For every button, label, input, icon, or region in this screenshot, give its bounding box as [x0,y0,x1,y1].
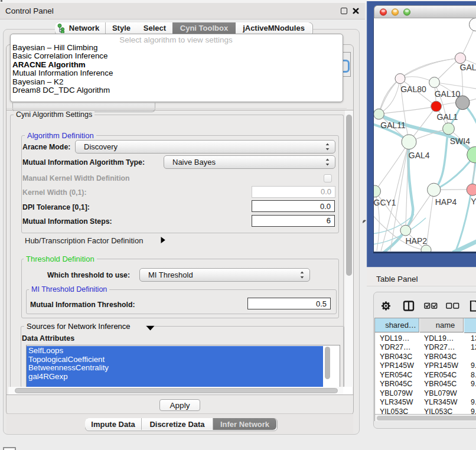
svg-text:SWI4: SWI4 [450,136,470,146]
svg-text:GAL80: GAL80 [400,84,426,94]
svg-text:GAL11: GAL11 [380,120,406,130]
svg-text:HAP2: HAP2 [406,236,428,246]
svg-text:HAP4: HAP4 [435,197,457,207]
svg-text:GAL10: GAL10 [435,89,461,99]
svg-text:Y: Y [471,197,476,206]
svg-text:GCY1: GCY1 [374,198,396,207]
svg-text:GAL: GAL [460,63,476,72]
svg-text:GAL1: GAL1 [437,112,458,122]
svg-text:GAL4: GAL4 [409,151,430,160]
